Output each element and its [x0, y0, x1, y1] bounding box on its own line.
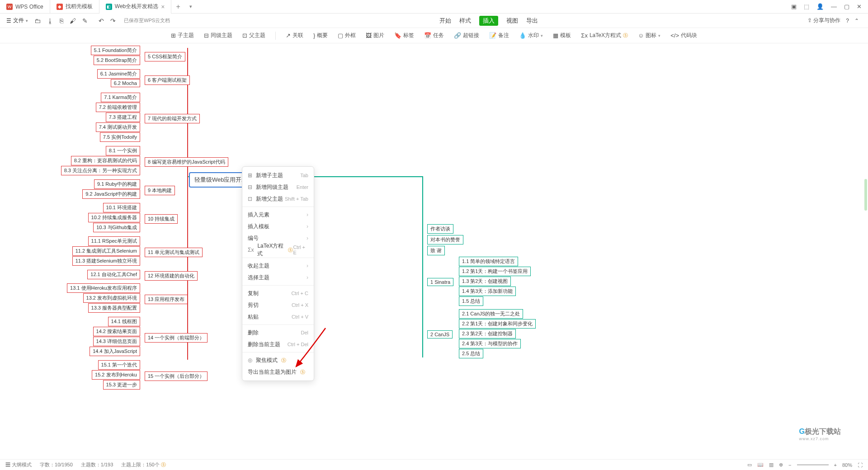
tb-icon[interactable]: ☺图标▾	[638, 32, 660, 39]
mindmap-node[interactable]: 2.3 第2天：创建控制器	[459, 329, 516, 338]
close-window-icon[interactable]: ✕	[857, 3, 862, 10]
menu-insert[interactable]: 插入	[479, 16, 498, 26]
context-menu-item[interactable]: 收起主题›	[242, 260, 314, 272]
menu-view[interactable]: 视图	[506, 17, 518, 25]
tab-document-active[interactable]: ◧ Web全栈开发精选 ×	[99, 0, 172, 14]
mindmap-node[interactable]: 8.3 关注点分离：另一种实现方式	[61, 166, 140, 175]
tb-template[interactable]: ▦模板	[553, 32, 571, 39]
menu-start[interactable]: 开始	[439, 17, 451, 25]
mindmap-node[interactable]: 15.3 更进一步	[103, 380, 140, 390]
tab-find-template[interactable]: ◆ 找稻壳模板	[50, 0, 99, 14]
mindmap-node[interactable]: 14.3 详细信息页面	[93, 337, 140, 346]
mindmap-summary-node[interactable]: 15 一个实例（后台部分）	[145, 371, 208, 381]
context-menu-item[interactable]: 粘贴Ctrl + V	[242, 311, 314, 323]
mindmap-node[interactable]: 2.2 第1天：创建对象和同步变化	[459, 319, 536, 329]
mindmap-summary-node[interactable]: 7 现代的前端开发方式	[145, 114, 200, 123]
redo-icon[interactable]: ↷	[110, 17, 116, 24]
context-menu-item[interactable]: 复制Ctrl + C	[242, 287, 314, 299]
download-icon[interactable]: ⭳	[47, 17, 53, 24]
menu-export[interactable]: 导出	[526, 17, 538, 25]
mindmap-summary-node[interactable]: 5 CSS框架简介	[145, 52, 185, 61]
tb-code[interactable]: </>代码块	[670, 32, 697, 39]
mindmap-node[interactable]: 7.5 实例Todoify	[100, 132, 140, 142]
mindmap-node[interactable]: 11.3 搭建Selenium独立环境	[72, 256, 140, 266]
mindmap-node[interactable]: 10.2 持续集成服务器	[88, 213, 140, 222]
tb-latex[interactable]: ΣxLaTeX方程式ⓢ	[581, 32, 628, 39]
add-tab-button[interactable]: +	[171, 3, 184, 11]
context-menu-item[interactable]: 选择主题›	[242, 272, 314, 283]
mindmap-node[interactable]: 14.2 搜索结果页面	[93, 327, 140, 336]
mindmap-node[interactable]: 10.1 环境搭建	[103, 203, 140, 212]
mindmap-summary-node[interactable]: 6 客户端测试框架	[145, 75, 190, 85]
mindmap-node[interactable]: 11.2 集成测试工具Selenium	[72, 246, 140, 256]
mindmap-canvas[interactable]: 轻量级Web应用开发 5.1 Foundation简介5.2 BootStrap…	[0, 43, 868, 455]
mindmap-summary-node[interactable]: 8 编写更容易维护的JavaScript代码	[145, 157, 228, 167]
mindmap-node[interactable]: 5.2 BootStrap简介	[94, 56, 140, 65]
mindmap-node[interactable]: 2.4 第3天：与模型的协作	[459, 339, 521, 348]
maximize-icon[interactable]: ▢	[844, 3, 849, 10]
mindmap-node[interactable]: 7.4 测试驱动开发	[96, 122, 140, 132]
tb-summary[interactable]: }概要	[313, 32, 328, 39]
context-menu-item[interactable]: 插入元素›	[242, 209, 314, 221]
mindmap-node[interactable]: 7.3 搭建工程	[106, 113, 140, 122]
context-menu-item[interactable]: ⊟新增同级主题Enter	[242, 181, 314, 193]
minimize-icon[interactable]: —	[831, 3, 837, 10]
mindmap-node[interactable]: 15.1 第一个迭代	[98, 360, 140, 370]
mindmap-node[interactable]: 1.5 总结	[459, 296, 483, 306]
mindmap-summary-node[interactable]: 13 应用程序发布	[145, 295, 188, 304]
vertical-scrollbar[interactable]	[864, 179, 867, 211]
mindmap-node[interactable]: 2.1 CanJS的独一无二之处	[459, 309, 523, 319]
mindmap-summary-node[interactable]: 1 Sinatra	[427, 278, 453, 286]
avatar-icon[interactable]: 👤	[816, 3, 824, 10]
mindmap-summary-node[interactable]: 14 一个实例（前端部分）	[145, 333, 208, 343]
export-icon[interactable]: ⎘	[60, 17, 63, 24]
mindmap-node[interactable]: 7.1 Karma简介	[101, 93, 140, 102]
mindmap-node[interactable]: 10.3 与Github集成	[93, 223, 140, 232]
tb-watermark[interactable]: 💧水印▾	[519, 32, 543, 39]
tb-same-topic[interactable]: ⊟同级主题	[204, 32, 232, 39]
folder-open-icon[interactable]: 🗀	[34, 17, 41, 24]
context-menu-item[interactable]: 剪切Ctrl + X	[242, 299, 314, 311]
close-tab-icon[interactable]: ×	[161, 3, 165, 10]
tab-more-icon[interactable]: ▾	[185, 4, 197, 9]
mindmap-node[interactable]: 12.1 自动化工具Chef	[87, 270, 140, 279]
tb-image[interactable]: 🖼图片	[366, 32, 384, 39]
mindmap-summary-node[interactable]: 2 CanJS	[427, 330, 453, 338]
menu-style[interactable]: 样式	[459, 17, 471, 25]
mindmap-node[interactable]: 14.1 线框图	[108, 317, 140, 326]
tb-task[interactable]: 📅任务	[424, 32, 444, 39]
mindmap-node[interactable]: 6.1 Jasmine简介	[97, 69, 140, 79]
collapse-ribbon-icon[interactable]: ⌃	[854, 18, 859, 24]
share-button[interactable]: ⇪ 分享与协作	[807, 17, 840, 24]
mindmap-node[interactable]: 1.3 第2天：创建视图	[459, 277, 511, 286]
mindmap-node[interactable]: 1.4 第3天：添加新功能	[459, 287, 516, 296]
panel-icon[interactable]: ▣	[791, 3, 797, 10]
tb-label[interactable]: 🔖标签	[394, 32, 414, 39]
tab-wps-office[interactable]: W WPS Office	[0, 0, 50, 14]
mindmap-node[interactable]: 13.1 使用Heroku发布应用程序	[67, 283, 140, 293]
mindmap-node[interactable]: 对本书的赞誉	[427, 235, 463, 244]
cube-icon[interactable]: ⬚	[804, 3, 809, 10]
mindmap-node[interactable]: 致 谢	[427, 246, 445, 255]
undo-icon[interactable]: ↶	[99, 17, 104, 24]
mindmap-node[interactable]: 9.2 JavaScript中的构建	[82, 189, 140, 199]
mindmap-summary-node[interactable]: 10 持续集成	[145, 214, 178, 224]
tb-relation[interactable]: ↗关联	[286, 32, 303, 39]
mindmap-node[interactable]: 2.5 总结	[459, 349, 483, 358]
mindmap-node[interactable]: 1.2 第1天：构建一个书签应用	[459, 267, 531, 276]
context-menu-item[interactable]: ⊡新增父主题Shift + Tab	[242, 193, 314, 205]
context-menu-item[interactable]: ⊞新增子主题Tab	[242, 169, 314, 181]
mindmap-summary-node[interactable]: 11 单元测试与集成测试	[145, 248, 203, 257]
mindmap-node[interactable]: 1.1 简单的领域特定语言	[459, 257, 518, 266]
help-icon[interactable]: ?	[846, 18, 849, 24]
context-menu-item[interactable]: 插入模板›	[242, 221, 314, 232]
mindmap-node[interactable]: 15.2 发布到Heroku	[92, 370, 140, 380]
mindmap-node[interactable]: 14.4 加入JavaScript	[90, 347, 140, 356]
context-menu-item[interactable]: ΣxLaTeX方程式ⓢCtrl + E	[242, 244, 314, 256]
tb-note[interactable]: 📝备注	[489, 32, 509, 39]
mindmap-summary-node[interactable]: 9 本地构建	[145, 186, 175, 195]
mindmap-node[interactable]: 9.1 Ruby中的构建	[94, 179, 140, 189]
mindmap-node[interactable]: 13.2 发布到虚拟机环境	[83, 293, 140, 303]
eyedropper-icon[interactable]: ✎	[82, 17, 88, 24]
mindmap-node[interactable]: 6.2 Mocha	[111, 79, 140, 87]
